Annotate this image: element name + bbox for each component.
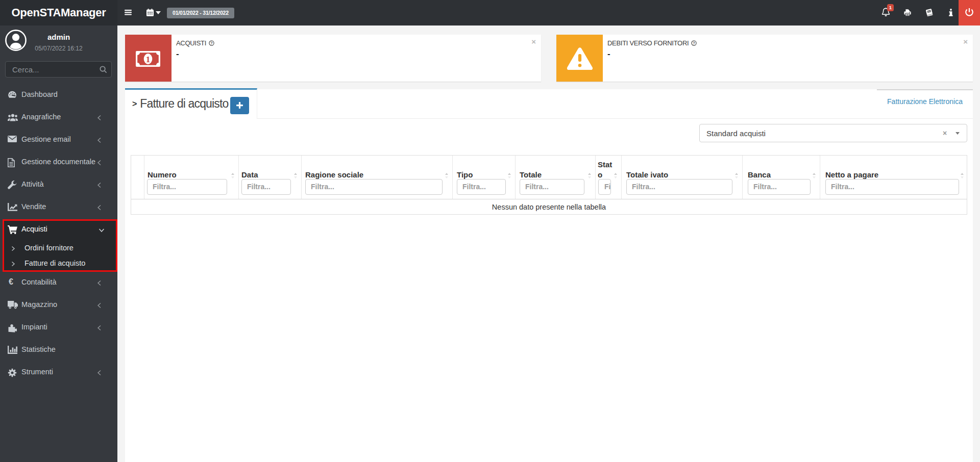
- svg-text:1: 1: [146, 55, 151, 64]
- svg-text:?: ?: [210, 41, 213, 45]
- svg-text:?: ?: [693, 41, 696, 45]
